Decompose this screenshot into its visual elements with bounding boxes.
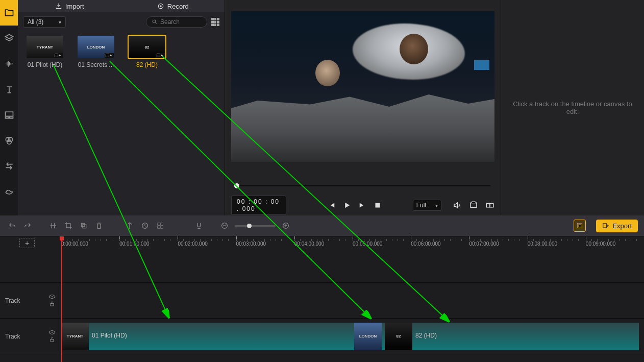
media-item[interactable]: LONDON01 Secrets ... <box>76 36 116 68</box>
ruler-mark: 00:04:00.000 <box>294 236 353 251</box>
ruler-mark: 00:09:00.000 <box>586 236 644 251</box>
track-row-1: Track <box>0 283 644 319</box>
empty-track[interactable] <box>0 251 644 283</box>
svg-point-8 <box>153 20 156 23</box>
compare-icon[interactable] <box>485 201 494 210</box>
ruler-mark: 00:07:00.000 <box>469 236 527 251</box>
crop-button[interactable] <box>62 220 75 232</box>
visibility-icon[interactable] <box>48 330 56 335</box>
timeline-ruler[interactable]: + 0:00:00.00000:01:00.00000:02:00.00000:… <box>0 236 644 251</box>
track-header[interactable]: Track <box>0 283 61 318</box>
zoom-out-button[interactable] <box>218 220 231 232</box>
search-input-wrap[interactable] <box>146 16 207 28</box>
zoom-in-button[interactable] <box>280 220 292 232</box>
import-icon <box>55 3 62 10</box>
sidebar-tab-layers[interactable] <box>0 26 18 51</box>
search-icon <box>152 19 158 25</box>
svg-rect-28 <box>51 304 54 306</box>
timeline-clip[interactable]: TYRANT01 Pilot (HD) <box>61 323 354 350</box>
track-label: Track <box>5 333 20 340</box>
svg-point-29 <box>52 332 53 333</box>
view-grid-icon[interactable] <box>211 18 219 26</box>
sidebar-tab-filters[interactable] <box>0 128 18 153</box>
svg-rect-26 <box>603 224 607 228</box>
redo-button[interactable] <box>21 220 34 232</box>
svg-rect-15 <box>490 203 493 207</box>
track-body-clips[interactable]: TYRANT01 Pilot (HD)LONDON8282 (HD) <box>61 319 644 354</box>
export-label: Export <box>612 222 632 230</box>
ruler-mark: 00:05:00.000 <box>353 236 411 251</box>
timeline-clip[interactable]: LONDON <box>354 323 385 350</box>
svg-rect-11 <box>157 54 160 57</box>
copy-button[interactable] <box>78 220 90 232</box>
undo-button[interactable] <box>6 220 18 232</box>
clip-label: 01 Pilot (HD) <box>92 332 127 339</box>
marker-button[interactable] <box>123 220 136 232</box>
media-item[interactable]: TYRANT01 Pilot (HD) <box>25 36 65 68</box>
svg-rect-0 <box>5 112 13 116</box>
play-button[interactable] <box>342 201 352 210</box>
media-filter-value: All (3) <box>28 18 43 26</box>
svg-rect-2 <box>9 117 13 118</box>
zoom-slider[interactable] <box>235 225 276 227</box>
add-track-button[interactable]: + <box>19 238 35 248</box>
preview-scrubber[interactable] <box>231 182 494 189</box>
prev-frame-button[interactable] <box>327 201 336 210</box>
lock-icon[interactable] <box>48 301 56 307</box>
svg-rect-19 <box>158 223 160 226</box>
media-item[interactable]: 8282 (HD) <box>127 36 167 68</box>
properties-hint: Click a track on the timeline or canvas … <box>511 100 634 115</box>
media-item-label: 82 (HD) <box>127 61 167 68</box>
svg-rect-20 <box>161 223 163 226</box>
preview-size-dropdown[interactable]: Full ▾ <box>413 200 441 211</box>
timeline-toolbar: Export <box>0 215 644 236</box>
clip-thumbnail: 82 <box>385 323 412 350</box>
media-item-label: 01 Pilot (HD) <box>25 61 65 68</box>
sidebar-tab-overlay[interactable] <box>0 102 18 128</box>
next-frame-button[interactable] <box>358 201 367 210</box>
properties-panel: Click a track on the timeline or canvas … <box>501 0 644 215</box>
media-filter-dropdown[interactable]: All (3) ▾ <box>23 16 66 28</box>
svg-rect-13 <box>470 203 477 208</box>
import-button[interactable]: Import <box>18 0 121 12</box>
visibility-icon[interactable] <box>48 294 56 299</box>
clip-label: 82 (HD) <box>415 332 437 339</box>
lock-icon[interactable] <box>48 336 56 343</box>
svg-point-7 <box>160 5 162 7</box>
snapshot-icon[interactable] <box>469 201 478 210</box>
record-button[interactable]: Record <box>121 0 225 12</box>
snap-button[interactable] <box>193 220 205 232</box>
track-header[interactable]: Track <box>0 319 61 354</box>
speed-button[interactable] <box>139 220 151 232</box>
sidebar-tab-elements[interactable] <box>0 179 18 204</box>
svg-point-5 <box>7 140 11 144</box>
svg-rect-14 <box>486 203 490 207</box>
preview-timecode: 00 : 00 : 00 . 000 <box>231 196 286 215</box>
volume-icon[interactable] <box>453 201 462 210</box>
svg-rect-1 <box>5 117 9 118</box>
stop-button[interactable] <box>373 201 382 210</box>
batch-export-button[interactable] <box>574 220 586 232</box>
timeline-clip[interactable]: 8282 (HD) <box>385 323 639 350</box>
playhead[interactable] <box>61 236 62 362</box>
svg-rect-30 <box>51 340 54 342</box>
delete-button[interactable] <box>93 220 105 232</box>
media-panel: Import Record All (3) ▾ TYRANT01 Pilot (… <box>18 0 225 215</box>
search-input[interactable] <box>160 18 202 26</box>
preview-canvas[interactable] <box>231 11 494 162</box>
sidebar-tab-text[interactable] <box>0 77 18 102</box>
track-label: Track <box>5 297 20 304</box>
export-button[interactable]: Export <box>596 220 638 232</box>
svg-rect-22 <box>161 226 163 229</box>
clip-thumbnail: LONDON <box>354 323 382 350</box>
sidebar-tab-audio[interactable] <box>0 51 18 77</box>
sidebar-tab-media[interactable] <box>0 0 18 26</box>
split-button[interactable] <box>47 220 59 232</box>
chevron-down-icon: ▾ <box>59 19 61 25</box>
track-body-empty[interactable] <box>61 283 644 318</box>
svg-rect-12 <box>375 203 380 208</box>
left-sidebar <box>0 0 18 215</box>
mosaic-button[interactable] <box>154 220 166 232</box>
media-thumbnail: LONDON <box>78 36 114 58</box>
sidebar-tab-transitions[interactable] <box>0 153 18 179</box>
